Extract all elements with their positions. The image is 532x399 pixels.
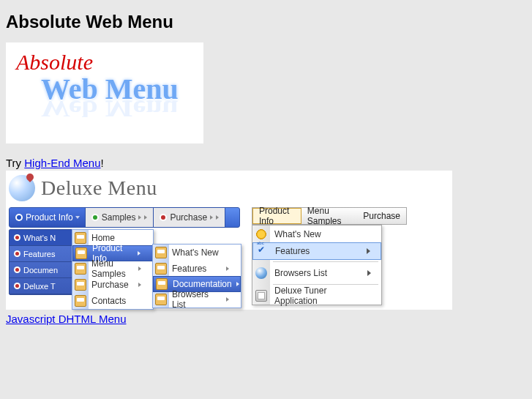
application-icon xyxy=(255,290,267,302)
globe-icon xyxy=(9,175,35,201)
gbar-product-info[interactable]: Product Info xyxy=(252,208,301,224)
globe-icon xyxy=(255,267,267,279)
logo-image: Absolute Web Menu Web Menu xyxy=(6,42,203,143)
radio-icon xyxy=(160,214,167,221)
try-line: Try High-End Menu! xyxy=(6,157,526,169)
flyout-item-contacts[interactable]: Contacts xyxy=(72,293,153,309)
page-icon xyxy=(155,247,167,258)
gpanel-browsers-list[interactable]: Browsers List xyxy=(252,264,381,282)
label: Contacts xyxy=(91,296,126,306)
chevron-right-icon xyxy=(367,248,370,254)
label: Purchase xyxy=(91,280,129,290)
label: Deluxe T xyxy=(23,282,56,291)
gpanel-deluxe-tuner[interactable]: Deluxe Tuner Application xyxy=(252,287,381,305)
menu-item-documen[interactable]: Documen xyxy=(10,262,72,278)
gbar-menu-samples[interactable]: Menu Samples xyxy=(301,208,357,224)
chevron-right-icon xyxy=(138,283,141,287)
page-icon xyxy=(75,263,86,275)
label: What's N xyxy=(23,234,56,242)
chevron-right-icon xyxy=(367,270,371,276)
flyout-item-whats-new[interactable]: What's New xyxy=(153,245,241,261)
menu-item-features[interactable]: Features xyxy=(10,246,72,262)
chevron-right-icon xyxy=(226,266,229,271)
page-icon xyxy=(75,247,87,259)
menubar-item-purchase[interactable]: Purchase xyxy=(154,208,225,227)
page-title: Absolute Web Menu xyxy=(6,12,526,32)
menubar-item-product-info[interactable]: Product Info xyxy=(10,208,86,227)
label: Features xyxy=(275,246,310,256)
label: Menu Samples xyxy=(91,258,134,279)
flyout-1: Home Product Info Menu Samples Purchase … xyxy=(72,229,154,310)
menu-item-whats-new[interactable]: What's N xyxy=(10,230,72,246)
menu-item-deluxet[interactable]: Deluxe T xyxy=(10,278,72,294)
star-icon xyxy=(255,228,267,240)
label: What's New xyxy=(172,247,219,258)
bullet-icon xyxy=(14,283,20,289)
page-icon xyxy=(156,278,168,290)
gpanel-features[interactable]: Features xyxy=(252,242,381,260)
chevron-right-icon xyxy=(138,251,141,256)
label: Deluxe Tuner Application xyxy=(274,286,371,306)
bullet-icon xyxy=(14,234,20,241)
gray-menubar: Product Info Menu Samples Purchase xyxy=(252,207,407,225)
separator xyxy=(273,284,378,285)
spellcheck-icon xyxy=(256,245,268,257)
page-icon xyxy=(75,232,86,244)
bullet-icon xyxy=(14,266,20,273)
blue-menubar: Product Info Samples Purchase xyxy=(9,207,240,228)
separator xyxy=(273,261,378,262)
try-prefix: Try xyxy=(6,157,24,169)
flyout-item-menu-samples[interactable]: Menu Samples xyxy=(72,261,153,277)
radio-icon xyxy=(91,214,99,221)
try-link[interactable]: High-End Menu xyxy=(24,157,100,169)
menubar-item-samples[interactable]: Samples xyxy=(86,208,154,227)
label: Documentation xyxy=(173,279,232,289)
gbar-purchase[interactable]: Purchase xyxy=(357,208,406,224)
label: Product Info xyxy=(26,212,73,223)
label: Home xyxy=(91,233,115,243)
page-icon xyxy=(155,263,167,275)
chevron-icon xyxy=(216,215,219,220)
page-icon xyxy=(155,294,167,305)
flyout-item-purchase[interactable]: Purchase xyxy=(72,277,153,293)
radio-icon xyxy=(15,214,23,221)
label: Features xyxy=(23,250,55,258)
flyout-item-features[interactable]: Features xyxy=(153,261,241,277)
chevron-down-icon xyxy=(75,216,80,219)
try-suffix: ! xyxy=(101,157,104,169)
flyout-2: What's New Features Documentation Browse… xyxy=(152,244,241,308)
label: Features xyxy=(172,264,206,274)
page-icon xyxy=(75,279,86,291)
page-icon xyxy=(75,295,86,307)
label: Purchase xyxy=(170,212,207,223)
label: Documen xyxy=(23,266,58,275)
label: What's New xyxy=(274,229,321,239)
chevron-icon xyxy=(210,215,213,220)
gpanel-whats-new[interactable]: What's New xyxy=(252,225,381,243)
label: Samples xyxy=(102,212,136,223)
demo-image: Deluxe Menu Product Info Samples Purchas… xyxy=(6,171,452,310)
logo-line1: Absolute xyxy=(16,50,193,75)
chevron-right-icon xyxy=(236,282,239,286)
logo-reflection: Web Menu xyxy=(41,95,193,123)
chevron-right-icon xyxy=(138,266,141,271)
chevron-icon xyxy=(144,215,147,220)
gray-dropdown: What's New Features Browsers List Deluxe… xyxy=(252,225,382,305)
chevron-icon xyxy=(138,215,141,220)
bottom-link[interactable]: Javascript DHTML Menu xyxy=(6,313,127,325)
label: Browsers List xyxy=(274,268,327,278)
deluxe-title: Deluxe Menu xyxy=(41,176,157,200)
bullet-icon xyxy=(14,250,20,257)
chevron-right-icon xyxy=(226,297,229,302)
label: Browsers List xyxy=(172,289,222,310)
flyout-item-browsers-list[interactable]: Browsers List xyxy=(153,291,241,307)
blue-vertical-menu: What's N Features Documen Deluxe T xyxy=(9,229,73,295)
